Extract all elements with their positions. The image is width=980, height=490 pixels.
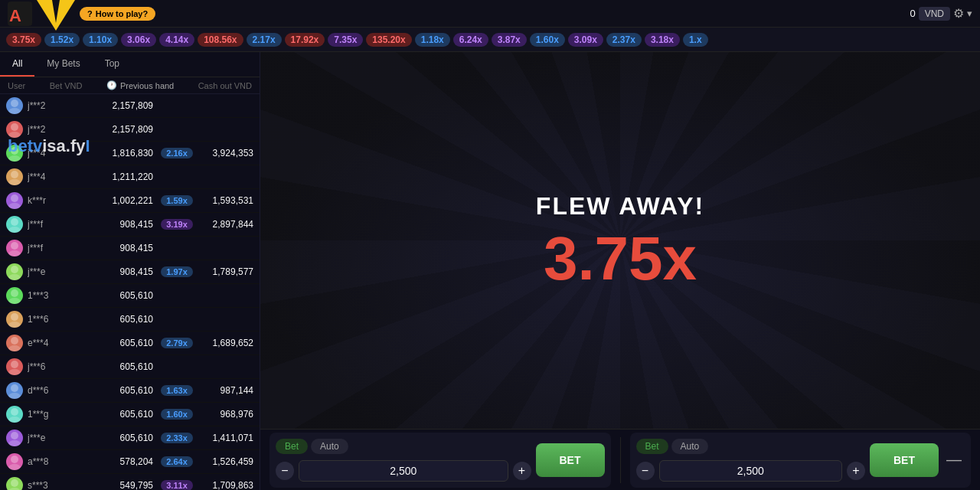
svg-point-32: [8, 440, 21, 446]
table-row: 1***6 605,610: [0, 308, 260, 332]
bet-amount: 605,610: [70, 314, 158, 325]
multiplier-badge: 2.64x: [161, 456, 193, 467]
ticker-multiplier: 3.87x: [492, 33, 527, 47]
svg-point-22: [8, 322, 21, 328]
right-amount-input[interactable]: [659, 460, 843, 482]
ticker-multiplier: 1.60x: [530, 33, 565, 47]
ticker-multiplier: 4.14x: [159, 33, 194, 47]
avatar: [6, 192, 23, 209]
username: 1***g: [28, 409, 70, 420]
ticker-multiplier: 17.92x: [285, 33, 325, 47]
bet-amount: 605,610: [70, 290, 158, 301]
left-bet-tab[interactable]: Bet: [276, 439, 308, 454]
bet-amount: 908,415: [70, 219, 158, 230]
username: j***2: [28, 100, 70, 111]
question-icon: ?: [87, 9, 93, 18]
svg-point-19: [11, 289, 18, 297]
game-center: FLEW AWAY! 3.75x: [260, 52, 980, 429]
chevron-down-icon[interactable]: ▾: [967, 8, 972, 19]
panel-divider: [620, 437, 621, 483]
left-bet-button[interactable]: BET: [536, 443, 605, 477]
watermark: betvisa.fyI: [8, 136, 90, 156]
right-bet-panel: Bet Auto − + BET —: [630, 433, 972, 488]
ticker-multiplier: 108.56x: [198, 33, 243, 47]
table-row: e***4 605,610 2.79x 1,689,652: [0, 332, 260, 355]
right-amount-row: − +: [636, 460, 866, 482]
right-auto-tab[interactable]: Auto: [671, 439, 709, 454]
svg-point-29: [11, 408, 18, 416]
left-amount-input[interactable]: [299, 460, 508, 482]
svg-point-26: [8, 369, 21, 375]
svg-point-4: [8, 108, 21, 114]
username: j***4: [28, 172, 70, 182]
left-auto-tab[interactable]: Auto: [311, 439, 348, 454]
username: a***8: [28, 456, 70, 467]
right-bet-tab[interactable]: Bet: [636, 439, 668, 454]
svg-point-28: [8, 393, 21, 399]
svg-point-13: [11, 218, 18, 226]
cashout-amount: 1,411,071: [196, 433, 253, 443]
ticker-multiplier: 1.18x: [415, 33, 450, 47]
multiplier-badge: 1.59x: [161, 195, 193, 206]
svg-point-35: [11, 479, 18, 487]
svg-point-25: [11, 361, 18, 368]
right-decrease-button[interactable]: −: [636, 462, 655, 480]
logo-area: A ? How to play?: [8, 0, 268, 28]
username: s***3: [28, 480, 70, 490]
svg-point-34: [8, 464, 21, 470]
right-increase-button[interactable]: +: [847, 462, 865, 480]
v-logo-icon: [37, 0, 75, 31]
left-bet-tabs: Bet Auto: [276, 439, 531, 454]
avatar: [6, 216, 23, 233]
bet-amount: 605,610: [70, 361, 158, 372]
cashout-amount: 1,709,863: [196, 480, 253, 490]
svg-point-18: [8, 274, 21, 280]
table-header: User Bet VND 🕐 Previous hand Cash out VN…: [0, 77, 260, 94]
bet-amount: 1,002,221: [70, 195, 158, 206]
username: d***6: [28, 385, 70, 396]
tab-all[interactable]: All: [0, 52, 34, 77]
table-row: d***6 605,610 1.63x 987,144: [0, 379, 260, 403]
prev-hand-button[interactable]: 🕐 Previous hand: [106, 80, 174, 90]
svg-point-30: [8, 416, 21, 423]
avatar: [6, 121, 23, 138]
table-row: j***f 908,415 3.19x 2,897,844: [0, 213, 260, 237]
ticker-multiplier: 3.18x: [645, 33, 680, 47]
avatar: [6, 382, 23, 399]
table-row: a***8 578,204 2.64x 1,526,459: [0, 450, 260, 474]
svg-point-27: [11, 384, 18, 392]
avatar: [6, 358, 23, 375]
cashout-amount: 1,593,531: [196, 195, 253, 206]
top-bar: A ? How to play? 0 VND ⚙ ▾: [0, 0, 980, 28]
collapse-panel-button[interactable]: —: [943, 451, 965, 469]
svg-point-12: [8, 203, 21, 209]
tab-top[interactable]: Top: [93, 52, 132, 77]
bet-amount: 605,610: [70, 338, 158, 348]
table-row: j***f 908,415: [0, 237, 260, 260]
avatar: [6, 406, 23, 423]
right-bet-button[interactable]: BET: [870, 443, 939, 477]
svg-point-11: [11, 194, 18, 202]
bet-amount: 2,157,809: [70, 124, 158, 135]
user-col-header: User: [8, 81, 25, 90]
cashout-amount: 1,689,652: [196, 338, 253, 348]
ticker-bar: 3.75x1.52x1.10x3.06x4.14x108.56x2.17x17.…: [0, 28, 980, 52]
ticker-multiplier: 3.75x: [6, 33, 41, 47]
tab-my-bets[interactable]: My Bets: [34, 52, 92, 77]
multiplier-badge: 2.16x: [161, 148, 193, 158]
table-row: s***3 549,795 3.11x 1,709,863: [0, 474, 260, 490]
cashout-amount: 2,897,844: [196, 219, 253, 230]
settings-icon[interactable]: ⚙: [953, 6, 964, 21]
flew-away-text: FLEW AWAY!: [536, 192, 704, 220]
table-row: 1***g 605,610 1.60x 968,976: [0, 403, 260, 426]
avatar: [6, 97, 23, 114]
ticker-multiplier: 2.17x: [247, 33, 282, 47]
multiplier-badge: 1.60x: [161, 409, 193, 420]
svg-point-14: [8, 227, 21, 233]
table-row: j***6 605,610: [0, 355, 260, 379]
left-decrease-button[interactable]: −: [276, 462, 294, 480]
left-increase-button[interactable]: +: [513, 462, 531, 480]
right-bet-tabs: Bet Auto: [636, 439, 866, 454]
how-to-play-button[interactable]: ? How to play?: [80, 7, 155, 21]
avatar: [6, 168, 23, 185]
